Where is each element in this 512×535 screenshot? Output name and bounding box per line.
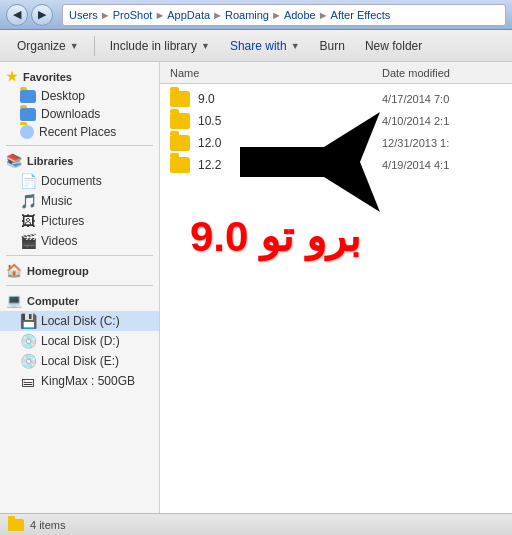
computer-icon: 💻 [6,293,22,308]
recent-places-icon [20,125,34,139]
include-in-library-button[interactable]: Include in library ▼ [101,34,219,58]
chevron-down-icon: ▼ [70,41,79,51]
table-row[interactable]: 12.0 12/31/2013 1: [160,132,512,154]
desktop-icon [20,90,36,103]
sidebar-divider [6,285,153,286]
item-count: 4 items [30,519,65,531]
sidebar-item-music[interactable]: 🎵 Music [0,191,159,211]
file-date: 4/17/2014 7:0 [382,93,502,105]
breadcrumb-item[interactable]: ProShot [113,9,153,21]
computer-section: 💻 Computer 💾 Local Disk (C:) 💿 Local Dis… [0,290,159,391]
videos-icon: 🎬 [20,233,36,249]
sidebar-item-kingmax[interactable]: 🖴 KingMax : 500GB [0,371,159,391]
main-layout: ★ Favorites Desktop Downloads Recent Pla… [0,62,512,513]
homegroup-icon: 🏠 [6,263,22,278]
table-row[interactable]: 9.0 4/17/2014 7:0 [160,88,512,110]
star-icon: ★ [6,69,18,84]
file-date: 12/31/2013 1: [382,137,502,149]
new-folder-button[interactable]: New folder [356,34,431,58]
back-button[interactable]: ◀ [6,4,28,26]
share-with-button[interactable]: Share with ▼ [221,34,309,58]
breadcrumb-item[interactable]: Roaming [225,9,269,21]
sidebar-item-pictures[interactable]: 🖼 Pictures [0,211,159,231]
table-row[interactable]: 12.2 4/19/2014 4:1 [160,154,512,176]
pictures-icon: 🖼 [20,213,36,229]
sidebar-item-videos[interactable]: 🎬 Videos [0,231,159,251]
breadcrumb-item[interactable]: Adobe [284,9,316,21]
column-headers: Name Date modified [160,62,512,84]
libraries-icon: 📚 [6,153,22,168]
libraries-section: 📚 Libraries 📄 Documents 🎵 Music 🖼 Pictur… [0,150,159,251]
disk-c-icon: 💾 [20,313,36,329]
favorites-header[interactable]: ★ Favorites [0,66,159,87]
music-icon: 🎵 [20,193,36,209]
sidebar-item-downloads[interactable]: Downloads [0,105,159,123]
downloads-icon [20,108,36,121]
chevron-down-icon: ▼ [291,41,300,51]
folder-icon [170,135,190,151]
file-date: 4/19/2014 4:1 [382,159,502,171]
computer-header[interactable]: 💻 Computer [0,290,159,311]
sidebar-item-desktop[interactable]: Desktop [0,87,159,105]
breadcrumb-item[interactable]: After Effects [331,9,391,21]
disk-e-icon: 💿 [20,353,36,369]
kingmax-icon: 🖴 [20,373,36,389]
toolbar-separator [94,36,95,56]
file-name: 12.2 [198,158,382,172]
sidebar-divider [6,145,153,146]
organize-button[interactable]: Organize ▼ [8,34,88,58]
date-column-header[interactable]: Date modified [382,67,502,79]
disk-d-icon: 💿 [20,333,36,349]
libraries-header[interactable]: 📚 Libraries [0,150,159,171]
burn-button[interactable]: Burn [311,34,354,58]
breadcrumb-item[interactable]: Users [69,9,98,21]
chevron-down-icon: ▼ [201,41,210,51]
toolbar: Organize ▼ Include in library ▼ Share wi… [0,30,512,62]
content-pane: Name Date modified 9.0 4/17/2014 7:0 10.… [160,62,512,513]
title-bar: ◀ ▶ Users ► ProShot ► AppData ► Roaming … [0,0,512,30]
file-name: 10.5 [198,114,382,128]
folder-icon [170,91,190,107]
sidebar-item-local-disk-c[interactable]: 💾 Local Disk (C:) [0,311,159,331]
name-column-header[interactable]: Name [170,67,382,79]
sidebar-item-local-disk-d[interactable]: 💿 Local Disk (D:) [0,331,159,351]
folder-icon [170,113,190,129]
favorites-section: ★ Favorites Desktop Downloads Recent Pla… [0,66,159,141]
sidebar-divider [6,255,153,256]
breadcrumb-item[interactable]: AppData [167,9,210,21]
homegroup-section: 🏠 Homegroup [0,260,159,281]
file-name: 9.0 [198,92,382,106]
table-row[interactable]: 10.5 4/10/2014 2:1 [160,110,512,132]
breadcrumb[interactable]: Users ► ProShot ► AppData ► Roaming ► Ad… [62,4,506,26]
file-name: 12.0 [198,136,382,150]
forward-button[interactable]: ▶ [31,4,53,26]
file-date: 4/10/2014 2:1 [382,115,502,127]
sidebar: ★ Favorites Desktop Downloads Recent Pla… [0,62,160,513]
documents-icon: 📄 [20,173,36,189]
arabic-text-overlay: برو تو 9.0 [190,212,361,261]
folder-icon [170,157,190,173]
status-folder-icon [8,519,24,531]
status-bar: 4 items [0,513,512,535]
sidebar-item-recent-places[interactable]: Recent Places [0,123,159,141]
sidebar-item-local-disk-e[interactable]: 💿 Local Disk (E:) [0,351,159,371]
file-list: 9.0 4/17/2014 7:0 10.5 4/10/2014 2:1 12.… [160,84,512,180]
sidebar-item-documents[interactable]: 📄 Documents [0,171,159,191]
homegroup-header[interactable]: 🏠 Homegroup [0,260,159,281]
